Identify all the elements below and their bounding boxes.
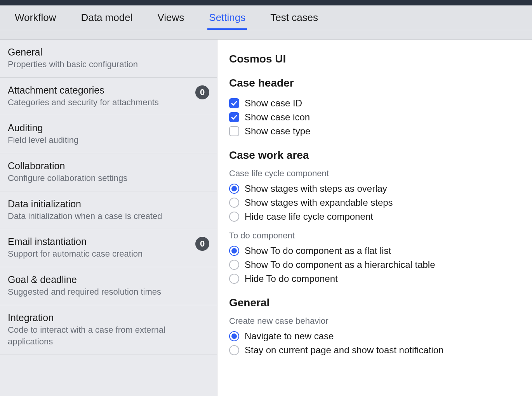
sidebar-item-general[interactable]: General Properties with basic configurat… — [0, 40, 217, 78]
section-case-work-area: Case work area Case life cycle component… — [229, 149, 520, 286]
sidebar-item-desc: Data initialization when a case is creat… — [8, 210, 162, 222]
radio-icon — [229, 184, 239, 194]
tab-test-cases[interactable]: Test cases — [269, 6, 320, 30]
checkbox-icon — [229, 98, 239, 108]
primary-tabbar: Workflow Data model Views Settings Test … — [0, 5, 532, 30]
radio-todo-hide[interactable]: Hide To do component — [229, 272, 520, 286]
radio-label: Show To do component as a flat list — [245, 245, 391, 256]
count-badge: 0 — [195, 85, 209, 99]
sidebar-item-email-instantiation[interactable]: Email instantiation Support for automati… — [0, 229, 217, 267]
radio-label: Show stages with expandable steps — [245, 197, 393, 208]
sidebar-item-goal-deadline[interactable]: Goal & deadline Suggested and required r… — [0, 267, 217, 305]
tab-views[interactable]: Views — [156, 6, 186, 30]
tab-settings[interactable]: Settings — [207, 6, 247, 30]
sidebar-item-data-initialization[interactable]: Data initialization Data initialization … — [0, 191, 217, 229]
sidebar-item-title: Auditing — [8, 122, 78, 134]
radio-icon — [229, 198, 239, 208]
sidebar-item-desc: Properties with basic configuration — [8, 59, 138, 70]
sidebar-item-collaboration[interactable]: Collaboration Configure collaboration se… — [0, 153, 217, 191]
radio-label: Show stages with steps as overlay — [245, 183, 387, 194]
sidebar-item-title: Collaboration — [8, 160, 127, 172]
sidebar-item-auditing[interactable]: Auditing Field level auditing — [0, 115, 217, 153]
field-label-create-behavior: Create new case behavior — [229, 316, 520, 326]
sidebar-item-title: General — [8, 47, 138, 58]
radio-icon — [229, 331, 239, 341]
tabbar-subgap — [0, 30, 532, 40]
radio-label: Stay on current page and show toast noti… — [245, 345, 443, 356]
radio-lifecycle-hide[interactable]: Hide case life cycle component — [229, 210, 520, 224]
radio-icon — [229, 274, 239, 284]
sidebar-item-title: Attachment categories — [8, 85, 159, 96]
sidebar-item-desc: Categories and security for attachments — [8, 97, 159, 108]
sidebar-item-title: Integration — [8, 312, 209, 323]
section-heading: Case header — [229, 77, 520, 89]
tab-workflow[interactable]: Workflow — [13, 6, 57, 30]
tab-data-model[interactable]: Data model — [79, 6, 134, 30]
count-badge: 0 — [195, 237, 209, 251]
sidebar-item-desc: Support for automatic case creation — [8, 248, 143, 260]
section-heading: General — [229, 297, 520, 309]
checkbox-label: Show case ID — [245, 98, 302, 109]
settings-content: Cosmos UI Case header Show case ID Show … — [217, 40, 532, 396]
radio-icon — [229, 212, 239, 222]
field-label-lifecycle: Case life cycle component — [229, 168, 520, 179]
radio-todo-hierarchical[interactable]: Show To do component as a hierarchical t… — [229, 258, 520, 272]
radio-label: Navigate to new case — [245, 331, 334, 342]
content-title: Cosmos UI — [229, 53, 520, 65]
section-general: General Create new case behavior Navigat… — [229, 297, 520, 357]
sidebar-item-desc: Configure collaboration settings — [8, 172, 127, 184]
radio-todo-flat-list[interactable]: Show To do component as a flat list — [229, 244, 520, 258]
sidebar-item-desc: Code to interact with a case from extern… — [8, 324, 209, 347]
sidebar-item-desc: Suggested and required resolution times — [8, 286, 161, 298]
radio-create-stay[interactable]: Stay on current page and show toast noti… — [229, 343, 520, 357]
checkbox-icon — [229, 112, 239, 122]
radio-label: Hide case life cycle component — [245, 211, 373, 222]
radio-icon — [229, 345, 239, 355]
radio-lifecycle-overlay[interactable]: Show stages with steps as overlay — [229, 182, 520, 196]
checkbox-label: Show case type — [245, 126, 310, 137]
sidebar-item-desc: Field level auditing — [8, 134, 78, 146]
checkbox-show-case-icon[interactable]: Show case icon — [229, 110, 520, 124]
checkbox-show-case-type[interactable]: Show case type — [229, 124, 520, 138]
section-heading: Case work area — [229, 149, 520, 162]
section-case-header: Case header Show case ID Show case icon … — [229, 77, 520, 138]
body-split: General Properties with basic configurat… — [0, 40, 532, 396]
checkbox-icon — [229, 126, 239, 136]
sidebar-item-attachment-categories[interactable]: Attachment categories Categories and sec… — [0, 78, 217, 116]
sidebar-item-title: Data initialization — [8, 198, 162, 210]
field-label-todo: To do component — [229, 231, 520, 241]
checkbox-label: Show case icon — [245, 112, 310, 123]
window-titlebar — [0, 0, 532, 5]
radio-create-navigate[interactable]: Navigate to new case — [229, 329, 520, 343]
sidebar-item-title: Email instantiation — [8, 236, 143, 247]
radio-lifecycle-expandable[interactable]: Show stages with expandable steps — [229, 196, 520, 210]
radio-icon — [229, 246, 239, 256]
radio-icon — [229, 260, 239, 270]
radio-label: Show To do component as a hierarchical t… — [245, 259, 435, 270]
settings-sidebar: General Properties with basic configurat… — [0, 40, 217, 396]
sidebar-item-title: Goal & deadline — [8, 274, 161, 285]
sidebar-item-integration[interactable]: Integration Code to interact with a case… — [0, 305, 217, 354]
radio-label: Hide To do component — [245, 273, 338, 284]
checkbox-show-case-id[interactable]: Show case ID — [229, 96, 520, 110]
